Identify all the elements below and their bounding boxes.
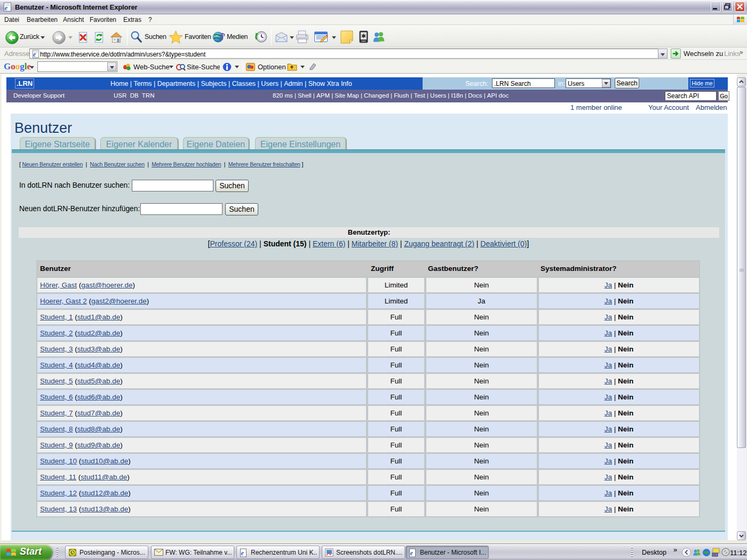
svg-text:e: e <box>410 549 414 557</box>
svg-text:e: e <box>5 4 8 12</box>
svg-text:e: e <box>241 549 244 557</box>
svg-text:e: e <box>33 51 36 58</box>
